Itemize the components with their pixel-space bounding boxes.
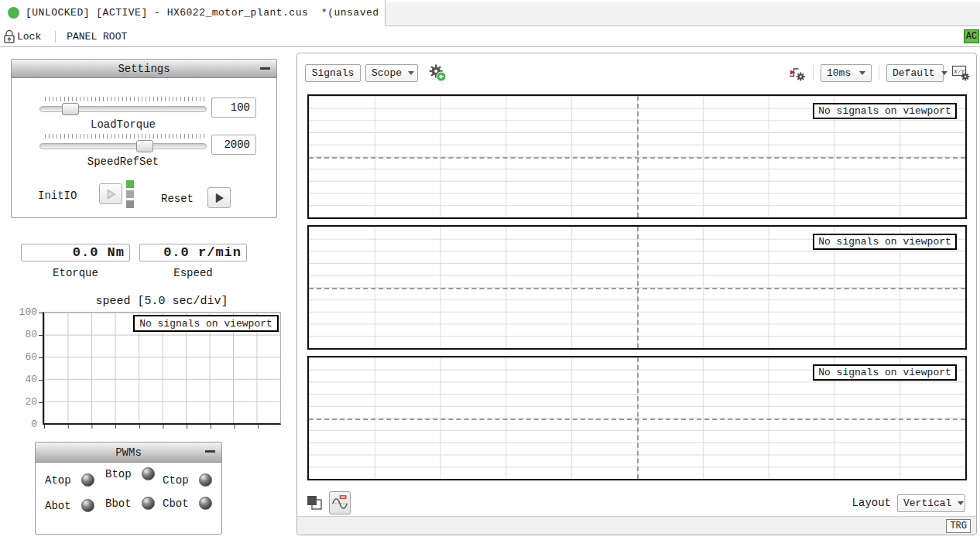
breadcrumb-bar: Lock PANEL ROOT AC xyxy=(0,26,980,47)
initio-led-on xyxy=(126,180,134,188)
settings-panel-header[interactable]: Settings xyxy=(12,60,276,78)
xy-settings-icon[interactable]: X/Y xyxy=(951,63,970,82)
scope-viewport-2[interactable]: No signals on viewport xyxy=(307,225,967,350)
initio-led-off xyxy=(126,190,134,198)
pwm-led-icon xyxy=(81,473,94,487)
y-tick: 40 xyxy=(11,374,37,385)
pwms-panel-title: PWMs xyxy=(115,446,142,459)
initio-led-off xyxy=(126,200,134,208)
no-signals-badge: No signals on viewport xyxy=(813,364,957,381)
ac-badge: AC xyxy=(964,29,979,43)
pwm-label: Atop xyxy=(45,474,71,487)
y-tick: 80 xyxy=(11,329,37,340)
chevron-down-icon xyxy=(859,71,865,75)
loadtorque-value-field[interactable] xyxy=(211,97,256,118)
initio-label: InitIO xyxy=(38,190,77,202)
scope-bottom-bar: Layout Vertical xyxy=(305,490,965,515)
divider xyxy=(813,65,814,80)
layout-label: Layout xyxy=(852,497,891,509)
tab-bar: [UNLOCKED] [ACTIVE] - HX6022_motor_plant… xyxy=(0,0,980,26)
collapse-icon[interactable] xyxy=(205,450,215,453)
profile-value: Default xyxy=(893,67,935,79)
scope-toolbar: Signals Scope xyxy=(305,63,970,83)
divider xyxy=(879,65,879,80)
slider-ticks xyxy=(45,97,204,101)
pwm-label: Bbot xyxy=(105,497,132,510)
pwm-cbot: Cbot xyxy=(163,497,218,510)
layout-select[interactable]: Vertical xyxy=(897,494,965,512)
loadtorque-slider[interactable] xyxy=(39,106,207,112)
breadcrumb[interactable]: PANEL ROOT xyxy=(67,31,127,43)
pwm-led-icon xyxy=(199,473,212,487)
app-window: [UNLOCKED] [ACTIVE] - HX6022_motor_plant… xyxy=(0,0,980,540)
pwms-panel-header[interactable]: PWMs xyxy=(36,443,221,463)
y-tick: 20 xyxy=(11,396,37,408)
espeed-label: Espeed xyxy=(139,267,247,279)
scope-status-bar: TRG xyxy=(297,516,976,535)
main-area: Settings LoadTorque SpeedRefSet InitIO xyxy=(0,47,980,540)
loadtorque-slider-thumb[interactable] xyxy=(62,103,79,115)
reset-play-button[interactable] xyxy=(207,187,231,208)
pwm-label: Abot xyxy=(45,500,71,512)
divider xyxy=(55,31,56,43)
initio-play-button[interactable] xyxy=(99,183,122,204)
sample-rate-value: 10ms xyxy=(827,67,851,79)
pwm-btop: Btop xyxy=(105,467,163,480)
view-mode-value: Scope xyxy=(372,67,402,79)
layout-value: Vertical xyxy=(903,497,951,509)
pwm-label: Ctop xyxy=(163,474,189,487)
scope-viewport-3[interactable]: No signals on viewport xyxy=(307,356,967,480)
pwm-led-icon xyxy=(142,497,155,510)
no-signals-badge: No signals on viewport xyxy=(133,315,279,332)
chevron-down-icon xyxy=(958,501,964,505)
trg-badge[interactable]: TRG xyxy=(946,519,971,533)
slider-ticks xyxy=(45,134,204,138)
pwm-ctop: Ctop xyxy=(163,473,218,487)
add-scope-icon[interactable] xyxy=(428,63,447,82)
collapse-icon[interactable] xyxy=(260,67,270,70)
profile-select[interactable]: Default xyxy=(886,64,944,82)
sample-rate-select[interactable]: 10ms xyxy=(821,64,872,82)
status-dot-icon xyxy=(8,7,19,19)
settings-panel: Settings LoadTorque SpeedRefSet InitIO xyxy=(11,59,277,218)
panel-tab[interactable]: [UNLOCKED] [ACTIVE] - HX6022_motor_plant… xyxy=(0,0,385,26)
speedrefset-slider-thumb[interactable] xyxy=(136,140,153,152)
waveform-tool-button[interactable] xyxy=(329,491,351,514)
pwm-atop: Atop xyxy=(45,473,105,487)
chevron-down-icon xyxy=(941,71,947,75)
lock-button[interactable]: Lock xyxy=(17,31,41,43)
settings-panel-title: Settings xyxy=(118,63,170,75)
scope-container: Signals Scope xyxy=(296,53,977,535)
y-tick: 60 xyxy=(11,351,37,363)
speedrefset-slider[interactable] xyxy=(39,143,207,149)
speed-chart-title: speed [5.0 sec/div] xyxy=(43,295,281,308)
y-tick: 0 xyxy=(11,419,37,430)
etorque-label: Etorque xyxy=(21,267,130,279)
pwm-abot: Abot xyxy=(45,499,105,512)
loadtorque-label: LoadTorque xyxy=(39,118,207,131)
signals-button[interactable]: Signals xyxy=(305,64,361,82)
etorque-readout: 0.0 Nm xyxy=(21,244,130,261)
pwm-label: Cbot xyxy=(163,497,189,510)
y-tick: 100 xyxy=(11,306,37,318)
no-signals-badge: No signals on viewport xyxy=(813,234,957,250)
reset-label: Reset xyxy=(161,193,194,205)
view-mode-select[interactable]: Scope xyxy=(365,64,418,82)
sine-wave-icon xyxy=(331,494,348,511)
speedrefset-label: SpeedRefSet xyxy=(39,156,207,168)
pwm-led-icon xyxy=(81,499,94,512)
unlock-icon[interactable] xyxy=(2,28,17,45)
pwms-panel: PWMs Atop Btop Ctop Abot xyxy=(35,442,222,535)
trigger-settings-icon[interactable] xyxy=(787,63,806,82)
speedrefset-value-field[interactable] xyxy=(211,135,256,155)
svg-text:X/Y: X/Y xyxy=(953,68,966,75)
espeed-readout: 0.0 r/min xyxy=(139,244,247,261)
chevron-down-icon xyxy=(408,71,414,75)
layout-group: Layout Vertical xyxy=(852,494,965,512)
window-title: [UNLOCKED] [ACTIVE] - HX6022_motor_plant… xyxy=(26,7,424,19)
initio-led-stack xyxy=(126,180,134,210)
pwm-label: Btop xyxy=(105,468,132,480)
scope-viewport-1[interactable]: No signals on viewport xyxy=(307,94,967,219)
pwm-bbot: Bbot xyxy=(105,497,163,510)
copy-layers-icon[interactable] xyxy=(305,494,324,512)
